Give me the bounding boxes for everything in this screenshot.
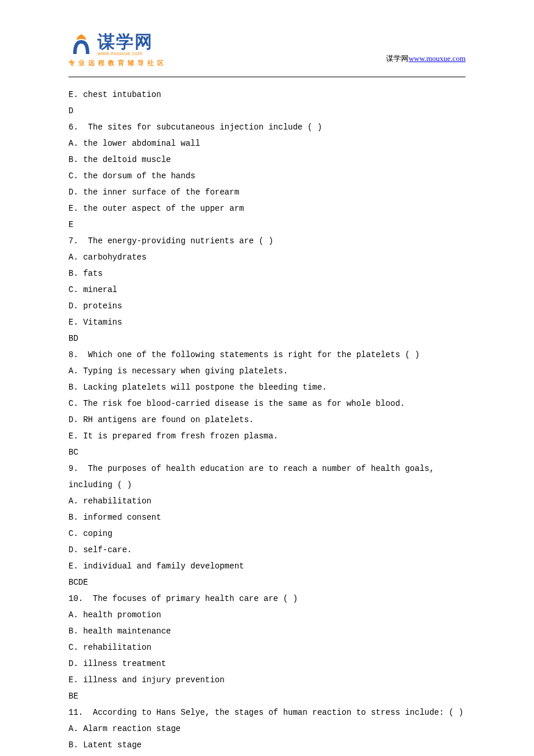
text-line: 7. The energy-providing nutrients are ( … [68,233,466,249]
text-line: A. Alarm reaction stage [68,721,466,737]
text-line: C. rehabilitation [68,639,466,656]
site-link[interactable]: www.mouxue.com [409,54,466,63]
text-line: B. informed consent [68,509,466,525]
text-line: B. Lacking platelets will postpone the b… [68,379,466,395]
logo-tagline: 专业远程教育辅导社区 [68,59,167,67]
document-content: E. chest intubation D 6. The sites for s… [0,77,534,756]
text-line: C. Perceptual stage [68,753,466,756]
text-line: C. the dorsum of the hands [68,168,466,184]
text-line: E. illness and injury prevention [68,672,466,688]
text-line: E. the outer aspect of the upper arm [68,200,466,217]
text-line: 10. The focuses of primary health care a… [68,591,466,607]
text-line: D. illness treatment [68,656,466,672]
text-line: D. RH antigens are found on platelets. [68,412,466,428]
text-line: BD [68,330,466,347]
text-line: D [68,103,466,119]
text-line: B. fats [68,265,466,282]
logo-main: 谋学网 www.mouxue.com [68,32,167,57]
text-line: BCDE [68,574,466,591]
text-line: B. the deltoid muscle [68,152,466,168]
text-line: A. rehabilitation [68,493,466,509]
text-line: C. coping [68,525,466,542]
text-line: BC [68,444,466,460]
text-line: D. proteins [68,298,466,314]
text-line: E. individual and family development [68,558,466,574]
text-line: 8. Which one of the following statements… [68,347,466,363]
text-line: E [68,217,466,233]
logo-icon [68,32,94,57]
text-line: B. health maintenance [68,623,466,639]
logo-url: www.mouxue.com [98,51,153,56]
site-label: 谋学网 [386,54,409,63]
text-line: 6. The sites for subcutaneous injection … [68,119,466,135]
text-line: A. the lower abdominal wall [68,135,466,152]
text-line: 9. The purposes of health education are … [68,460,466,493]
page-header: 谋学网 www.mouxue.com 专业远程教育辅导社区 谋学网www.mou… [0,0,534,73]
text-line: A. carbohydrates [68,249,466,265]
text-line: A. health promotion [68,607,466,623]
text-line: BE [68,688,466,704]
header-link-block: 谋学网www.mouxue.com [386,53,466,67]
text-line: C. The risk foe blood-carried disease is… [68,395,466,412]
text-line: 11. According to Hans Selye, the stages … [68,704,466,721]
logo-text-block: 谋学网 www.mouxue.com [98,33,153,56]
text-line: E. It is prepared from fresh frozen plas… [68,428,466,444]
text-line: D. self-care. [68,542,466,558]
logo-title: 谋学网 [98,33,153,51]
text-line: E. chest intubation [68,87,466,103]
site-logo: 谋学网 www.mouxue.com 专业远程教育辅导社区 [68,32,167,67]
text-line: E. Vitamins [68,314,466,330]
text-line: A. Typing is necessary when giving plate… [68,363,466,379]
text-line: C. mineral [68,282,466,298]
text-line: B. Latent stage [68,737,466,753]
text-line: D. the inner surface of the forearm [68,184,466,200]
